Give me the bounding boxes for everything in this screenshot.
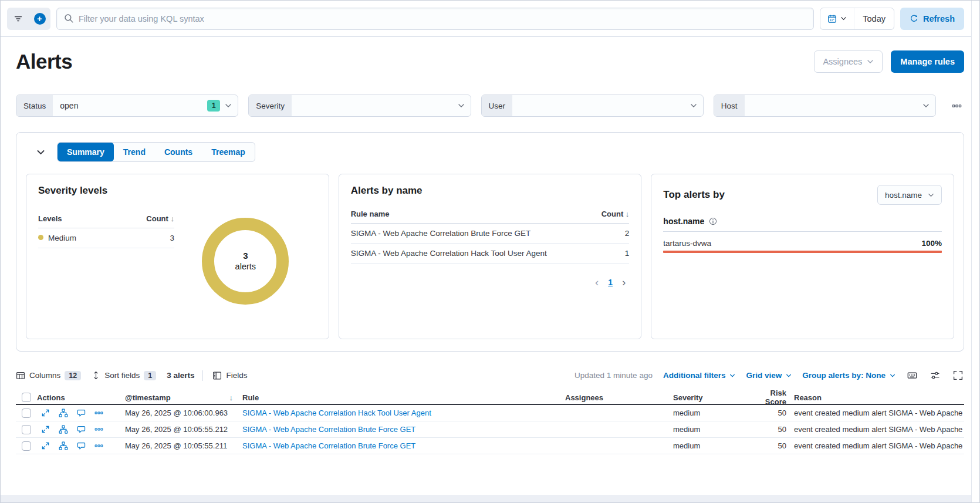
filter-more-button[interactable] bbox=[949, 99, 964, 113]
analyze-event-button[interactable] bbox=[58, 408, 69, 418]
chevron-down-icon bbox=[840, 15, 847, 22]
more-actions-button[interactable] bbox=[94, 441, 104, 451]
display-options-button[interactable] bbox=[929, 369, 941, 382]
alert-risk-score: 50 bbox=[750, 425, 786, 434]
refresh-button[interactable]: Refresh bbox=[900, 8, 964, 30]
alert-reason: event created medium alert SIGMA - Web A… bbox=[786, 425, 964, 434]
alerts-by-name-row: SIGMA - Web Apache Correlation Hack Tool… bbox=[351, 244, 630, 264]
chevron-down-icon bbox=[928, 192, 934, 198]
alert-rule-link[interactable]: SIGMA - Web Apache Correlation Brute For… bbox=[242, 441, 565, 450]
calendar-icon bbox=[827, 14, 837, 23]
summary-view-tab[interactable]: Summary bbox=[58, 143, 114, 161]
add-filter-button[interactable]: + bbox=[29, 8, 50, 30]
keyboard-shortcuts-button[interactable] bbox=[906, 369, 918, 382]
top-alerts-panel: Top alerts by host.name host.name bbox=[651, 174, 954, 339]
date-range-label: Today bbox=[863, 14, 886, 23]
fullscreen-button[interactable] bbox=[952, 369, 964, 382]
manage-rules-button[interactable]: Manage rules bbox=[891, 50, 964, 73]
quick-select-date-button[interactable] bbox=[820, 8, 854, 29]
more-actions-button[interactable] bbox=[94, 424, 104, 434]
chevron-down-icon bbox=[786, 373, 792, 379]
alert-rule-link[interactable]: SIGMA - Web Apache Correlation Hack Tool… bbox=[242, 409, 565, 417]
columns-button[interactable]: Columns 12 bbox=[16, 371, 81, 380]
alerts-data-grid: Actions @timestamp ↓ Rule Assignees Seve… bbox=[16, 389, 964, 454]
add-comment-button[interactable] bbox=[76, 408, 86, 418]
expand-alert-button[interactable] bbox=[40, 424, 50, 434]
row-checkbox[interactable] bbox=[22, 409, 31, 418]
add-comment-button[interactable] bbox=[76, 424, 86, 434]
chevron-down-icon bbox=[922, 102, 930, 109]
header-actions-col: Actions bbox=[37, 393, 125, 402]
analyzer-graph-icon bbox=[59, 409, 68, 418]
chevron-down-icon bbox=[890, 373, 895, 379]
row-checkbox[interactable] bbox=[22, 441, 31, 451]
alert-severity: medium bbox=[673, 425, 750, 434]
alerts-count: 3 alerts bbox=[167, 371, 194, 380]
kql-search-input[interactable] bbox=[79, 14, 806, 23]
page-header: Alerts Assignees Manage rules bbox=[16, 50, 964, 73]
top-alert-bar bbox=[663, 251, 942, 253]
header-timestamp-col[interactable]: @timestamp ↓ bbox=[125, 393, 242, 402]
info-icon[interactable] bbox=[709, 217, 717, 225]
chevron-down-icon bbox=[225, 102, 232, 109]
chevron-down-icon bbox=[458, 102, 465, 109]
date-range-button[interactable]: Today bbox=[854, 8, 894, 29]
alerts-summary-section: Summary Trend Counts Treemap Severity le… bbox=[16, 132, 964, 352]
top-bar: + Today bbox=[1, 1, 979, 37]
severity-col-levels: Levels bbox=[38, 214, 62, 223]
sort-desc-icon: ↓ bbox=[229, 393, 234, 402]
severity-col-count[interactable]: Count ↓ bbox=[146, 214, 174, 223]
comment-icon bbox=[77, 441, 86, 450]
chevron-down-icon bbox=[729, 373, 735, 379]
collapse-section-button[interactable] bbox=[34, 146, 48, 159]
select-all-checkbox[interactable] bbox=[22, 393, 31, 402]
grid-view-button[interactable]: Grid view bbox=[746, 371, 792, 380]
summary-view-tab[interactable]: Trend bbox=[114, 143, 155, 161]
filter-label: Host bbox=[714, 95, 745, 116]
top-alerts-field-select[interactable]: host.name bbox=[877, 185, 942, 205]
expand-alert-button[interactable] bbox=[40, 441, 50, 451]
analyze-event-button[interactable] bbox=[58, 424, 69, 435]
summary-view-tab[interactable]: Counts bbox=[155, 143, 202, 161]
filter-control[interactable]: Status open 1 bbox=[16, 94, 238, 117]
header-reason-col[interactable]: Reason bbox=[786, 393, 964, 402]
summary-view-tab[interactable]: Treemap bbox=[202, 143, 255, 161]
analyze-event-button[interactable] bbox=[58, 441, 69, 451]
more-actions-button[interactable] bbox=[94, 408, 104, 418]
filter-control[interactable]: Severity bbox=[248, 94, 471, 117]
filter-control[interactable]: User bbox=[481, 94, 704, 117]
group-alerts-by-button[interactable]: Group alerts by: None bbox=[802, 371, 895, 380]
sort-desc-icon: ↓ bbox=[626, 210, 630, 218]
alert-severity: medium bbox=[673, 441, 750, 450]
additional-filters-button[interactable]: Additional filters bbox=[663, 371, 736, 380]
filter-control[interactable]: Host bbox=[714, 94, 936, 117]
sort-icon bbox=[92, 371, 100, 380]
expand-alert-button[interactable] bbox=[40, 408, 50, 418]
severity-panel-title: Severity levels bbox=[38, 185, 317, 197]
severity-level-count: 3 bbox=[170, 234, 174, 242]
next-page-button[interactable]: › bbox=[622, 276, 626, 288]
date-picker: Today bbox=[820, 8, 894, 30]
filter-label: User bbox=[482, 95, 513, 116]
saved-query-menu-button[interactable] bbox=[7, 8, 29, 30]
header-risk-score-col[interactable]: Risk Score bbox=[750, 389, 786, 406]
row-checkbox[interactable] bbox=[22, 425, 31, 434]
controls-icon bbox=[930, 370, 940, 380]
assignees-button[interactable]: Assignees bbox=[814, 50, 883, 73]
add-comment-button[interactable] bbox=[76, 441, 86, 451]
page-number-1[interactable]: 1 bbox=[608, 278, 613, 287]
header-rule-col[interactable]: Rule bbox=[242, 393, 565, 402]
fields-button[interactable]: Fields bbox=[212, 371, 247, 380]
fields-icon bbox=[212, 371, 222, 380]
plus-circle-icon: + bbox=[34, 13, 46, 25]
updated-status: Updated 1 minute ago bbox=[575, 371, 653, 380]
alert-rule-link[interactable]: SIGMA - Web Apache Correlation Brute For… bbox=[242, 425, 565, 434]
sort-fields-button[interactable]: Sort fields 1 bbox=[92, 371, 156, 380]
columns-label: Columns bbox=[29, 371, 60, 380]
header-severity-col[interactable]: Severity bbox=[673, 393, 750, 402]
header-assignees-col[interactable]: Assignees bbox=[565, 393, 673, 402]
count-col[interactable]: Count ↓ bbox=[601, 210, 630, 218]
previous-page-button[interactable]: ‹ bbox=[595, 276, 599, 288]
assignees-label: Assignees bbox=[823, 57, 862, 66]
expand-icon bbox=[41, 409, 50, 417]
